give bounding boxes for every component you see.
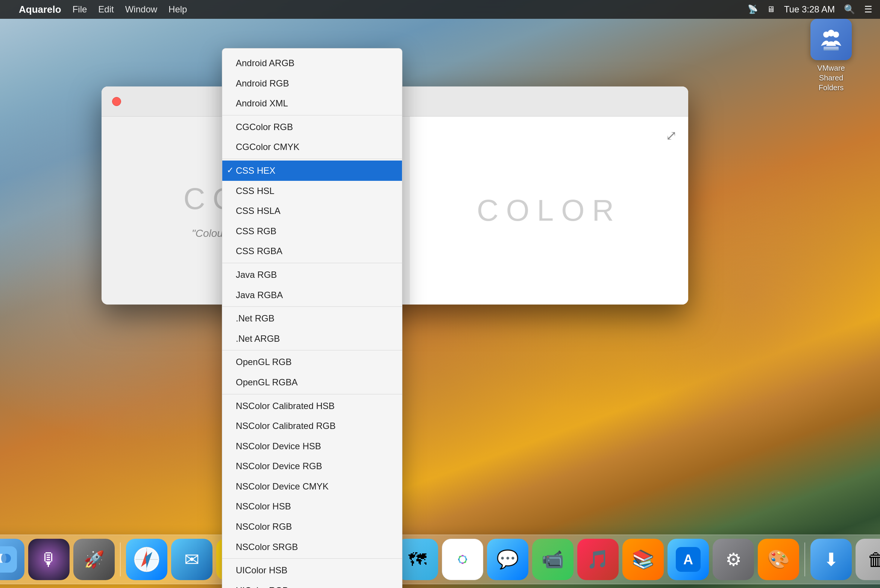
dock: 🎙 🚀 ✉ 📝 MAR 20 📋 📋 🗺	[0, 528, 880, 588]
dock-separator-2	[804, 543, 805, 576]
svg-point-24	[460, 556, 466, 562]
format-dropdown-menu: Android ARGB Android RGB Android XML CGC…	[222, 48, 402, 588]
option-css-hsla[interactable]: CSS HSLA	[222, 201, 402, 221]
dock-appstore[interactable]: A	[668, 539, 709, 580]
dock-safari[interactable]	[126, 539, 167, 580]
option-java-rgb[interactable]: Java RGB	[222, 265, 402, 285]
dock-downloads[interactable]: ⬇	[810, 539, 852, 580]
vmware-label: VMware Shared Folders	[805, 63, 857, 92]
option-nscolor-rgb[interactable]: NSColor RGB	[222, 517, 402, 537]
dock-mail[interactable]: ✉	[171, 539, 212, 580]
dock-container: 🎙 🚀 ✉ 📝 MAR 20 📋 📋 🗺	[0, 535, 880, 584]
option-nscolor-device-hsb[interactable]: NSColor Device HSB	[222, 436, 402, 456]
menu-items: File Edit Window Help	[73, 4, 187, 15]
option-net-argb[interactable]: .Net ARGB	[222, 329, 402, 349]
move-icon[interactable]: ⤢	[666, 128, 677, 144]
dock-books[interactable]: 📚	[622, 539, 664, 580]
menu-file[interactable]: File	[73, 4, 87, 15]
svg-rect-4	[824, 49, 839, 50]
option-nscolor-hsb[interactable]: NSColor HSB	[222, 496, 402, 517]
dock-messages[interactable]: 💬	[487, 539, 528, 580]
option-java-rgba[interactable]: Java RGBA	[222, 285, 402, 305]
option-nscolor-calibrated-rgb[interactable]: NSColor Calibrated RGB	[222, 416, 402, 436]
display-icon[interactable]: 🖥	[767, 5, 775, 14]
right-panel: COLOR ⤢	[410, 117, 688, 305]
dock-siri[interactable]: 🎙	[28, 539, 70, 580]
dock-separator-1	[120, 543, 121, 576]
dock-trash[interactable]: 🗑	[856, 539, 880, 580]
dock-facetime[interactable]: 📹	[532, 539, 574, 580]
notification-icon[interactable]: ☰	[864, 4, 872, 15]
dock-launchpad[interactable]: 🚀	[73, 539, 115, 580]
cgcolor-section: CGColor RGB CGColor CMYK	[222, 115, 402, 159]
dock-finder[interactable]	[0, 539, 24, 580]
option-nscolor-device-rgb[interactable]: NSColor Device RGB	[222, 456, 402, 476]
svg-point-2	[833, 32, 839, 38]
dock-settings[interactable]: ⚙	[713, 539, 754, 580]
airplay-icon[interactable]: 📡	[748, 5, 758, 14]
dotnet-section: .Net RGB .Net ARGB	[222, 307, 402, 350]
menu-help[interactable]: Help	[168, 4, 187, 15]
dock-photos[interactable]	[442, 539, 483, 580]
option-css-hex[interactable]: CSS HEX	[222, 161, 402, 181]
option-css-rgba[interactable]: CSS RGBA	[222, 241, 402, 261]
app-name[interactable]: Aquarelo	[19, 4, 61, 15]
option-android-rgb[interactable]: Android RGB	[222, 73, 402, 94]
uicolor-section: UIColor HSB UIColor RGB	[222, 559, 402, 588]
option-nscolor-srgb[interactable]: NSColor SRGB	[222, 537, 402, 557]
dock-aquarelo[interactable]: 🎨	[758, 539, 799, 580]
option-android-xml[interactable]: Android XML	[222, 93, 402, 114]
nscolor-section: NSColor Calibrated HSB NSColor Calibrate…	[222, 394, 402, 559]
option-cgcolor-rgb[interactable]: CGColor RGB	[222, 117, 402, 137]
clock: Tue 3:28 AM	[784, 4, 835, 15]
option-nscolor-calibrated-hsb[interactable]: NSColor Calibrated HSB	[222, 396, 402, 416]
option-nscolor-device-cmyk[interactable]: NSColor Device CMYK	[222, 476, 402, 497]
option-css-rgb[interactable]: CSS RGB	[222, 221, 402, 241]
java-section: Java RGB Java RGBA	[222, 263, 402, 307]
css-section: CSS HEX CSS HSL CSS HSLA CSS RGB CSS RGB…	[222, 159, 402, 263]
option-opengl-rgb[interactable]: OpenGL RGB	[222, 352, 402, 372]
dock-music[interactable]: 🎵	[577, 539, 619, 580]
color-label-right: COLOR	[477, 193, 622, 228]
option-opengl-rgba[interactable]: OpenGL RGBA	[222, 372, 402, 393]
vmware-shared-folders-icon[interactable]: VMware Shared Folders	[805, 19, 857, 92]
svg-text:A: A	[683, 552, 693, 567]
vmware-icon-image	[810, 19, 852, 60]
option-css-hsl[interactable]: CSS HSL	[222, 181, 402, 201]
menu-window[interactable]: Window	[125, 4, 157, 15]
option-net-rgb[interactable]: .Net RGB	[222, 308, 402, 329]
opengl-section: OpenGL RGB OpenGL RGBA	[222, 350, 402, 394]
option-uicolor-hsb[interactable]: UIColor HSB	[222, 560, 402, 580]
search-icon[interactable]: 🔍	[844, 4, 855, 15]
dock-maps[interactable]: 🗺	[397, 539, 438, 580]
close-button[interactable]	[112, 97, 121, 106]
svg-point-8	[1, 554, 6, 563]
android-section: Android ARGB Android RGB Android XML	[222, 52, 402, 115]
option-android-argb[interactable]: Android ARGB	[222, 53, 402, 73]
option-cgcolor-cmyk[interactable]: CGColor CMYK	[222, 137, 402, 157]
menubar-right: 📡 🖥 Tue 3:28 AM 🔍 ☰	[748, 4, 872, 15]
menubar: Aquarelo File Edit Window Help 📡 🖥 Tue 3…	[0, 0, 880, 19]
menu-edit[interactable]: Edit	[98, 4, 114, 15]
option-uicolor-rgb[interactable]: UIColor RGB	[222, 580, 402, 588]
